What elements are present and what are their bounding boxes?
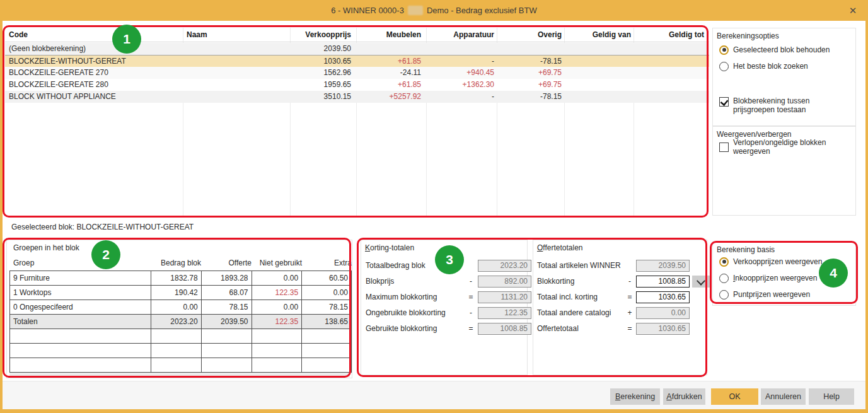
groups-table-cell: 1893.28 (201, 271, 252, 286)
operator-sign: - (467, 276, 475, 288)
groups-table-row[interactable]: 0 Ongespecifeerd0.0078.150.0078.15 (10, 300, 352, 315)
blocks-column-header: Verkoopprijs (290, 28, 351, 42)
groups-table-cell (151, 344, 201, 358)
blocks-table-row[interactable]: BLOCK WITHOUT APPLIANCE3510.15+5257.92--… (5, 91, 709, 103)
blocks-table-row[interactable]: (Geen blokberekening)2039.50 (5, 43, 709, 55)
value-field: 1030.65 (636, 323, 690, 335)
radio-puntprijzen-weergeven[interactable]: Puntprijzen weergeven (719, 289, 810, 300)
groups-table-cell: Totalen (10, 315, 151, 329)
radio-inkoopprijzen-weergeven[interactable]: Inkoopprijzen weergeven (719, 273, 817, 283)
blocks-table-cell (636, 67, 704, 79)
blocks-table: CodeNaamVerkoopprijsMeubelenApparatuurOv… (5, 28, 709, 217)
groups-column-header: Niet gebruikt (252, 258, 302, 268)
field-label: Offertetotaal (537, 323, 579, 335)
radio-het-beste-blok-zoeken[interactable]: Het beste blok zoeken (719, 61, 808, 71)
blocks-table-cell: 1959.65 (290, 79, 351, 91)
blocks-table-cell: BLOCKZEILE-GEREATE 270 (9, 67, 180, 79)
groups-table-cell (151, 358, 201, 373)
groups-table-row[interactable]: 9 Furniture1832.781893.280.0060.50 (10, 271, 352, 286)
checkbox-verlopen-blokken-weergeven[interactable]: Verlopen/ongeldige blokken weergeven (719, 142, 855, 152)
groups-table-cell: 0.00 (151, 300, 201, 315)
value-field[interactable]: 1030.65 (636, 291, 690, 303)
groups-table-cell: 78.15 (201, 300, 252, 315)
groups-table-cell: 0 Ongespecifeerd (10, 300, 151, 315)
groups-table-row[interactable] (10, 358, 352, 373)
offerte-title: Offertetotalen (537, 243, 583, 252)
blokkorting-dropdown-button[interactable] (692, 276, 710, 288)
berekeningsopties-panel: Berekeningsopties Geselecteerd blok beho… (712, 28, 856, 126)
selected-block-label: Geselecteerd blok: BLOCKZEILE-WITHOUT-GE… (11, 223, 194, 231)
blocks-column-header: Meubelen (358, 28, 421, 42)
blocks-table-cell (499, 43, 562, 55)
blocks-table-cell (636, 43, 704, 55)
blocks-table-cell: -78.15 (499, 91, 562, 103)
groups-table-row[interactable]: 1 Worktops190.4268.07122.350.00 (10, 286, 352, 300)
radio-icon (719, 45, 729, 55)
close-icon[interactable]: ✕ (847, 4, 859, 17)
operator-sign: - (626, 276, 634, 288)
blocks-column-header: Naam (187, 28, 287, 42)
field-label: Blokprijs (366, 276, 394, 288)
berekening-button[interactable]: Berekening (610, 388, 660, 405)
checkbox-blokberekening-tussen-prijsgroepen[interactable]: Blokberekening tussen prijsgroepen toest… (719, 96, 809, 107)
operator-sign: = (626, 291, 634, 303)
blocks-table-cell: +61.85 (358, 55, 421, 67)
groups-table-cell (302, 358, 352, 373)
radio-icon (719, 274, 729, 283)
blocks-table-cell (358, 43, 421, 55)
redacted-text (408, 6, 423, 15)
value-field: 122.35 (478, 307, 531, 319)
checkbox-icon (719, 97, 729, 107)
blocks-table-row[interactable]: BLOCKZEILE-WITHOUT-GEREAT1030.65+61.85--… (5, 55, 709, 68)
afdrukken-button[interactable]: Afdrukken (663, 388, 705, 405)
annuleren-button[interactable]: Annuleren (761, 388, 806, 405)
blocks-table-cell: 2039.50 (290, 43, 351, 55)
groups-table-row[interactable] (10, 344, 352, 358)
groups-table-cell (10, 344, 151, 358)
blocks-table-cell (567, 55, 631, 67)
groups-table-cell: 68.07 (201, 286, 252, 300)
groups-table-cell (201, 344, 252, 358)
groups-table-row[interactable] (10, 329, 352, 344)
groups-table-cell: 122.35 (252, 315, 302, 329)
blocks-table-cell (187, 43, 287, 55)
blocks-table-cell: 3510.15 (290, 91, 351, 103)
chevron-down-icon (697, 276, 705, 285)
blocks-table-cell: BLOCKZEILE-WITHOUT-GEREAT (9, 55, 180, 67)
operator-sign: - (467, 307, 475, 319)
value-field: 892.00 (478, 276, 531, 288)
blocks-table-cell (567, 79, 631, 91)
blocks-column-header: Geldig van (567, 28, 631, 42)
operator-sign: = (467, 323, 475, 335)
groups-table-cell: 1 Worktops (10, 286, 151, 300)
field-label: Blokkorting (537, 276, 574, 288)
groups-table-cell: 2023.20 (151, 315, 201, 329)
blocks-table-cell: +61.85 (358, 79, 421, 91)
groups-table-cell (151, 329, 201, 344)
checkbox-label: Verlopen/ongeldige blokken weergeven (733, 138, 855, 156)
field-label: Totaal artikelen WINNER (537, 260, 621, 272)
groups-scrollbar[interactable] (9, 373, 350, 377)
radio-geselecteerd-blok-behouden[interactable]: Geselecteerd blok behouden (719, 45, 830, 55)
radio-verkoopprijzen-weergeven[interactable]: Verkoopprijzen weergeven (719, 257, 822, 267)
ok-button[interactable]: OK (711, 388, 758, 405)
blocks-table-cell (567, 43, 631, 55)
blocks-table-cell: BLOCKZEILE-GEREATE 280 (9, 79, 180, 91)
basis-title: Berekening basis (717, 245, 775, 254)
blocks-table-cell (636, 91, 704, 103)
groups-panel: Groepen in het blok GroepBedrag blokOffe… (6, 240, 352, 378)
blocks-table-cell (187, 55, 287, 67)
groups-table-cell: 2039.50 (201, 315, 252, 329)
help-button[interactable]: Help (809, 388, 854, 405)
blocks-table-row[interactable]: BLOCKZEILE-GEREATE 2801959.65+61.85+1362… (5, 79, 709, 91)
groups-table-cell: 0.00 (252, 271, 302, 286)
blocks-table-cell (187, 79, 287, 91)
groups-table-row[interactable]: Totalen2023.202039.50122.35138.65 (10, 315, 352, 329)
value-field: 1131.20 (478, 291, 531, 303)
operator-sign: + (626, 307, 634, 319)
groups-column-header: Bedrag blok (151, 258, 201, 268)
blocks-table-row[interactable]: BLOCKZEILE-GEREATE 2701562.96-24.11+940.… (5, 67, 709, 79)
groups-table-cell (252, 329, 302, 344)
groups-table-cell: 78.15 (302, 300, 352, 315)
value-field[interactable]: 1008.85 (636, 276, 690, 288)
